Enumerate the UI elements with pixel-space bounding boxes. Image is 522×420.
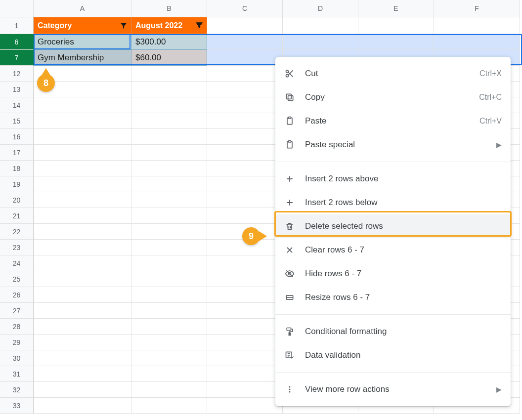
cell[interactable] [207,382,283,398]
row-header-16[interactable]: 16 [0,129,34,145]
cell[interactable] [34,335,131,350]
cell[interactable] [283,34,358,50]
row-header-30[interactable]: 30 [0,350,34,366]
cell[interactable] [131,350,207,366]
cell[interactable] [34,97,131,113]
cell[interactable] [34,287,131,303]
row-header-14[interactable]: 14 [0,97,34,113]
cell[interactable] [34,366,131,382]
row-header-1[interactable]: 1 [0,17,34,34]
cell[interactable] [207,255,283,271]
menu-item-cut[interactable]: CutCtrl+X [275,62,511,85]
cell[interactable] [207,145,283,161]
cell[interactable] [358,34,434,50]
row-header-27[interactable]: 27 [0,303,34,319]
menu-item-paste[interactable]: PasteCtrl+V [275,109,511,133]
select-all-corner[interactable] [0,0,34,17]
row-header-6[interactable]: 6 [0,34,34,50]
cell[interactable] [207,240,283,255]
column-header-C[interactable]: C [207,0,283,17]
column-header-A[interactable]: A [34,0,131,17]
cell[interactable] [34,240,131,255]
cell[interactable] [34,208,131,224]
cell[interactable] [207,366,283,382]
cell[interactable] [207,350,283,366]
cell[interactable] [131,224,207,240]
row-header-7[interactable]: 7 [0,50,34,66]
column-header-D[interactable]: D [283,0,358,17]
cell-A6[interactable]: Groceries [34,34,131,50]
cell[interactable] [207,192,283,208]
filter-icon[interactable] [119,21,128,30]
row-header-32[interactable]: 32 [0,382,34,398]
row-header-17[interactable]: 17 [0,145,34,161]
row-header-19[interactable]: 19 [0,176,34,192]
cell[interactable] [207,176,283,192]
cell-A7[interactable]: Gym Membership [34,50,131,66]
cell-B7[interactable]: $60.00 [131,50,207,66]
cell[interactable] [34,382,131,398]
cell[interactable] [207,398,283,414]
menu-item-delete-rows[interactable]: Delete selected rows [275,214,511,238]
cell-B6[interactable]: $300.00 [131,34,207,50]
cell[interactable] [34,176,131,192]
cell[interactable] [358,17,434,34]
row-header-13[interactable]: 13 [0,82,34,97]
cell[interactable] [34,161,131,176]
cell[interactable] [131,271,207,287]
cell[interactable] [131,176,207,192]
cell[interactable] [131,366,207,382]
row-header-31[interactable]: 31 [0,366,34,382]
cell[interactable] [34,350,131,366]
cell[interactable] [34,145,131,161]
row-header-29[interactable]: 29 [0,335,34,350]
menu-item-cond-format[interactable]: Conditional formatting [275,320,511,343]
cell[interactable] [131,192,207,208]
menu-item-data-valid[interactable]: Data validation [275,343,511,367]
cell[interactable] [131,319,207,335]
cell[interactable] [207,319,283,335]
row-header-28[interactable]: 28 [0,319,34,335]
cell[interactable] [131,335,207,350]
cell[interactable] [207,50,283,66]
menu-item-hide-rows[interactable]: Hide rows 6 - 7 [275,262,511,286]
cell[interactable] [207,161,283,176]
row-header-25[interactable]: 25 [0,271,34,287]
header-cell-august-2022[interactable]: August 2022 [131,17,207,34]
cell[interactable] [207,335,283,350]
cell[interactable] [34,255,131,271]
cell[interactable] [131,240,207,255]
cell[interactable] [34,224,131,240]
cell[interactable] [131,129,207,145]
cell[interactable] [131,161,207,176]
menu-item-insert-below[interactable]: Insert 2 rows below [275,191,511,214]
cell[interactable] [131,82,207,97]
cell[interactable] [207,224,283,240]
cell[interactable] [207,17,283,34]
cell[interactable] [207,287,283,303]
cell[interactable] [34,319,131,335]
cell[interactable] [434,34,520,50]
cell[interactable] [34,303,131,319]
cell[interactable] [34,66,131,82]
cell[interactable] [34,82,131,97]
cell[interactable] [131,398,207,414]
cell[interactable] [207,208,283,224]
cell[interactable] [207,66,283,82]
cell[interactable] [131,382,207,398]
cell[interactable] [434,17,520,34]
cell[interactable] [207,82,283,97]
menu-item-clear-rows[interactable]: Clear rows 6 - 7 [275,238,511,262]
cell[interactable] [131,208,207,224]
cell[interactable] [207,97,283,113]
filter-applied-icon[interactable] [195,21,204,30]
cell[interactable] [207,303,283,319]
row-header-21[interactable]: 21 [0,208,34,224]
cell[interactable] [131,255,207,271]
cell[interactable] [34,113,131,129]
cell[interactable] [283,17,358,34]
row-header-12[interactable]: 12 [0,66,34,82]
cell[interactable] [207,113,283,129]
menu-item-paste-special[interactable]: Paste special▶ [275,133,511,157]
row-header-26[interactable]: 26 [0,287,34,303]
